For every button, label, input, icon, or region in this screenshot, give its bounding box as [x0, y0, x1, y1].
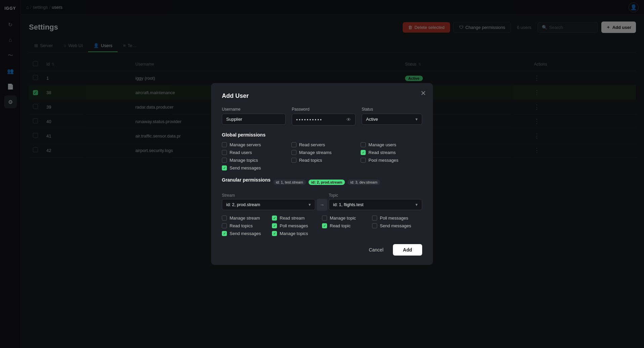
stream-topic-row: Stream id: 2, prod.stream ▾ → Topic id: … [222, 192, 422, 211]
stream-perm-label-send_messages_s: Send messages [230, 231, 261, 236]
global-perm-item-manage_users: Manage users [361, 142, 422, 147]
perm-label-manage_users: Manage users [368, 142, 396, 147]
stream-perm-checkbox-poll_messages_s[interactable] [372, 216, 377, 221]
stream-perm-label-read_topic_t: Read topic [330, 223, 351, 228]
global-perm-item-manage_servers: Manage servers [222, 142, 283, 147]
username-input[interactable] [222, 114, 286, 125]
perm-label-pool_messages: Pool messages [368, 158, 398, 163]
modal-footer: Cancel Add [222, 244, 422, 256]
status-select[interactable]: Active ▾ [362, 114, 422, 125]
perm-checkbox-manage_servers[interactable] [222, 142, 227, 147]
stream-perm-checkbox-manage_topics_s[interactable]: ✓ [272, 231, 277, 236]
stream-perm-checkbox-send_messages_s[interactable]: ✓ [222, 231, 227, 236]
global-perm-item-pool_messages: Pool messages [361, 158, 422, 163]
stream-perm-item-manage_topic_s: Manage topic [322, 216, 372, 221]
modal-close-button[interactable]: ✕ [420, 89, 426, 97]
stream-perm-item-send_messages_t: Send messages [372, 223, 422, 228]
perm-checkbox-manage_users[interactable] [361, 142, 366, 147]
perm-label-manage_topics: Manage topics [230, 158, 258, 163]
global-perm-item-read_users: Read users [222, 150, 283, 155]
stream-perm-item-manage_topics_s: ✓ Manage topics [272, 231, 322, 236]
topic-value: id: 1, flights.test [333, 202, 363, 207]
granular-tag-3[interactable]: id: 3, dev.stream [348, 180, 380, 185]
password-input-wrap[interactable]: •••••••••• 👁 [292, 114, 356, 125]
global-perm-item-read_servers: Read servers [291, 142, 353, 147]
stream-value: id: 2, prod.stream [226, 202, 260, 207]
granular-tag-1[interactable]: id: 1, test.stream [273, 180, 306, 185]
stream-perm-label-manage_topic_s: Manage topic [330, 216, 356, 221]
stream-perm-checkbox-poll_messages2[interactable]: ✓ [272, 223, 277, 228]
perm-label-manage_streams: Manage streams [299, 150, 332, 155]
perm-checkbox-manage_streams[interactable] [291, 150, 296, 155]
granular-tag-2[interactable]: id: 2, prod.stream [309, 180, 345, 185]
stream-select[interactable]: id: 2, prod.stream ▾ [222, 199, 315, 210]
perm-label-read_users: Read users [230, 150, 252, 155]
stream-perm-checkbox-manage_topic_s[interactable] [322, 216, 327, 221]
topic-select[interactable]: id: 1, flights.test ▾ [329, 199, 422, 210]
password-field-group: Password •••••••••• 👁 [292, 107, 356, 125]
perm-checkbox-read_users[interactable] [222, 150, 227, 155]
perm-checkbox-send_messages[interactable]: ✓ [222, 165, 227, 170]
stream-perm-label-manage_topics_s: Manage topics [280, 231, 308, 236]
stream-perm-item-manage_stream: Manage stream [222, 216, 272, 221]
global-perms-grid: Manage servers Read servers Manage users… [222, 142, 422, 170]
chevron-down-icon: ▾ [415, 117, 418, 122]
global-perm-item-send_messages: ✓ Send messages [222, 165, 283, 170]
modal-fields-row: Username Password •••••••••• 👁 Status Ac… [222, 107, 422, 125]
stream-perm-checkbox-send_messages_t[interactable] [372, 223, 377, 228]
stream-perm-checkbox-read_stream[interactable]: ✓ [272, 216, 277, 221]
stream-perm-item-read_stream: ✓ Read stream [272, 216, 322, 221]
perm-label-send_messages: Send messages [230, 165, 261, 170]
perm-label-read_topics: Read topics [299, 158, 322, 163]
perm-checkbox-read_streams[interactable]: ✓ [361, 150, 366, 155]
granular-perms-title: Granular permissions [222, 177, 271, 183]
perm-label-read_servers: Read servers [299, 142, 325, 147]
perm-label-manage_servers: Manage servers [230, 142, 261, 147]
stream-perm-label-read_stream: Read stream [280, 216, 305, 221]
topic-sublabel: Topic [329, 193, 422, 198]
username-field-group: Username [222, 107, 286, 125]
granular-header: Granular permissions id: 1, test.stream … [222, 177, 422, 187]
modal-title: Add User [222, 92, 422, 100]
stream-topic-arrow-button[interactable]: → [317, 199, 327, 211]
status-label: Status [362, 107, 422, 112]
perm-checkbox-read_topics[interactable] [291, 158, 296, 163]
username-label: Username [222, 107, 286, 112]
stream-perm-label-send_messages_t: Send messages [380, 223, 411, 228]
stream-perm-label-manage_stream: Manage stream [230, 216, 260, 221]
global-perm-item-read_topics: Read topics [291, 158, 353, 163]
status-field-group: Status Active ▾ [362, 107, 422, 125]
stream-perm-item-poll_messages_s: Poll messages [372, 216, 422, 221]
stream-perm-label-poll_messages_s: Poll messages [380, 216, 408, 221]
add-user-modal: Add User ✕ Username Password •••••••••• … [211, 83, 433, 265]
stream-perm-item-send_messages_s: ✓ Send messages [222, 231, 272, 236]
stream-perm-label-poll_messages2: Poll messages [280, 223, 308, 228]
cancel-button[interactable]: Cancel [363, 244, 389, 256]
global-perms-title: Global permissions [222, 132, 422, 138]
add-button[interactable]: Add [393, 244, 422, 256]
global-perm-item-manage_topics: Manage topics [222, 158, 283, 163]
password-label: Password [292, 107, 356, 112]
perm-checkbox-pool_messages[interactable] [361, 158, 366, 163]
global-perm-item-read_streams: ✓ Read streams [361, 150, 422, 155]
perm-label-read_streams: Read streams [368, 150, 396, 155]
toggle-password-icon[interactable]: 👁 [346, 117, 351, 122]
stream-perm-item-poll_messages2: ✓ Poll messages [272, 223, 322, 228]
modal-overlay: Add User ✕ Username Password •••••••••• … [0, 0, 644, 348]
stream-perm-label-read_topics_s: Read topics [230, 223, 253, 228]
password-dots: •••••••••• [296, 117, 323, 122]
perm-checkbox-manage_topics[interactable] [222, 158, 227, 163]
global-perm-item-manage_streams: Manage streams [291, 150, 353, 155]
stream-perm-item-read_topics_s: Read topics [222, 223, 272, 228]
topic-chevron-icon: ▾ [415, 202, 418, 207]
stream-chevron-icon: ▾ [309, 202, 311, 207]
stream-perms-grid: Manage stream ✓ Read stream Manage topic… [222, 216, 422, 236]
stream-perm-item-read_topic_t: ✓ Read topic [322, 223, 372, 228]
stream-perm-checkbox-read_topic_t[interactable]: ✓ [322, 223, 327, 228]
stream-sublabel: Stream [222, 193, 315, 198]
status-value: Active [366, 117, 378, 122]
stream-perm-checkbox-read_topics_s[interactable] [222, 223, 227, 228]
perm-checkbox-read_servers[interactable] [291, 142, 296, 147]
stream-perm-checkbox-manage_stream[interactable] [222, 216, 227, 221]
